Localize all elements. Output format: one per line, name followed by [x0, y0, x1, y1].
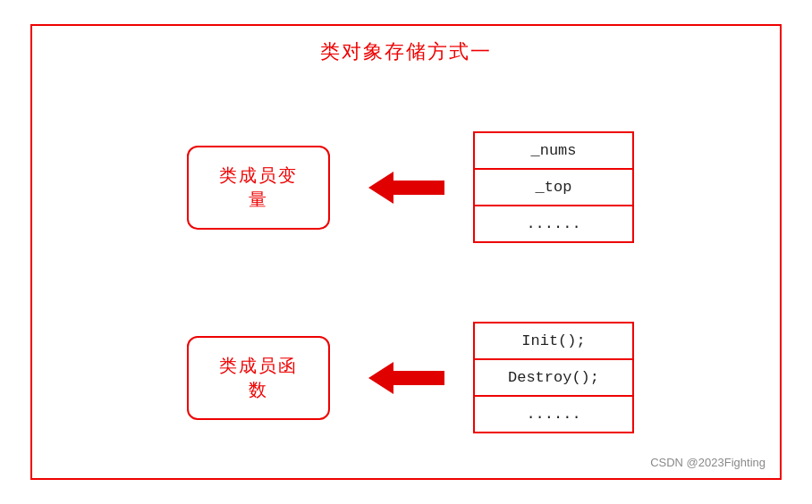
- var-row-2: ......: [475, 206, 632, 241]
- left-column: 类成员变量 类成员函数: [160, 83, 357, 482]
- arrow-var: [366, 165, 446, 210]
- member-func-label: 类成员函数: [187, 336, 330, 420]
- func-row-1: Destroy();: [475, 360, 632, 397]
- watermark: CSDN @2023Fighting: [650, 456, 765, 469]
- var-row-1: _top: [475, 170, 632, 206]
- arrow-func: [366, 356, 446, 400]
- diagram-title: 类对象存储方式一: [32, 26, 780, 74]
- svg-marker-1: [368, 362, 444, 394]
- func-data-box: Init(); Destroy(); ......: [473, 322, 634, 433]
- middle-column: [357, 83, 455, 482]
- content-area: 类成员变量 类成员函数 _nums: [32, 83, 780, 482]
- var-data-box: _nums _top ......: [473, 131, 634, 243]
- outer-container: 类对象存储方式一 类成员变量 类成员函数: [30, 24, 782, 480]
- func-row-0: Init();: [475, 323, 632, 360]
- svg-marker-0: [368, 172, 444, 204]
- right-column: _nums _top ...... Init(); Destroy(); ...…: [455, 83, 652, 482]
- member-var-label: 类成员变量: [187, 146, 330, 230]
- func-row-2: ......: [475, 397, 632, 432]
- var-row-0: _nums: [475, 133, 632, 170]
